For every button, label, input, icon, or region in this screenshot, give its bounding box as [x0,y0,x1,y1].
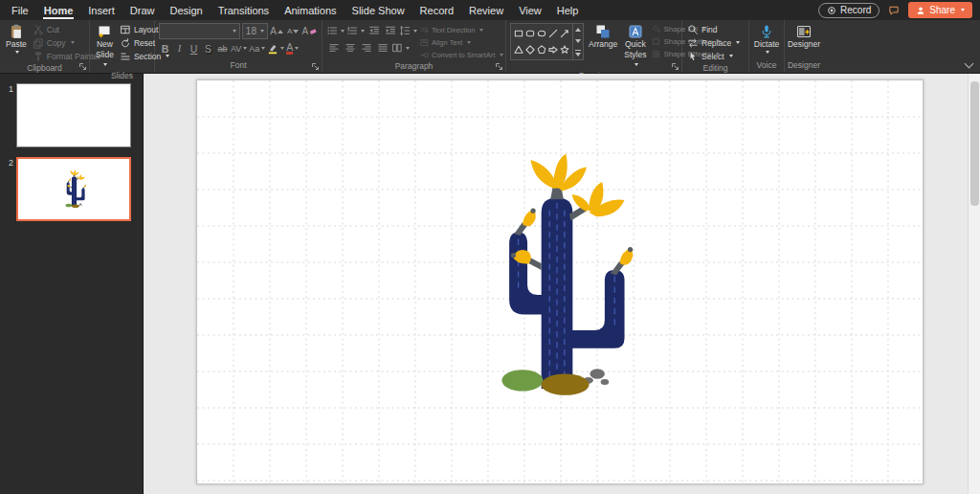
menu-tab-transitions[interactable]: Transitions [211,0,277,20]
ribbon-group-paragraph: Text Direction Align Text Convert to Sma… [323,20,506,73]
align-right-button[interactable] [359,40,373,56]
shape-block-arrow-icon[interactable] [548,45,558,55]
menu-tab-view[interactable]: View [511,0,549,20]
vertical-scrollbar[interactable] [968,74,980,494]
share-button[interactable]: Share [908,2,972,18]
paste-button[interactable]: Paste [4,23,29,55]
select-button[interactable]: Select [686,50,741,62]
shape-pentagon-icon[interactable] [537,45,546,55]
italic-button[interactable]: I [173,41,186,56]
character-spacing-button[interactable]: AV [231,41,247,56]
bullets-button[interactable] [326,23,345,38]
slide-thumbnail-2[interactable]: 2 [2,157,137,221]
slide-1-preview[interactable] [16,83,131,147]
new-slide-label-1: New [97,40,113,50]
underline-button[interactable]: U [188,41,200,56]
arrange-button[interactable]: Arrange [587,23,619,51]
shape-diamond-icon[interactable] [525,45,535,55]
shape-fill-icon [652,25,660,34]
strikethrough-button[interactable]: ab [216,41,229,56]
line-spacing-button[interactable] [399,23,417,38]
designer-group-label: Designer [785,59,823,73]
bold-button[interactable]: B [159,41,171,56]
clipboard-dialog-launcher[interactable] [78,62,87,71]
slide-thumbnail-1[interactable]: 1 [2,83,137,147]
numbering-button[interactable] [346,23,365,38]
shapes-gallery[interactable] [510,23,584,60]
slide-2-preview[interactable] [16,157,131,221]
font-dialog-launcher[interactable] [311,62,320,71]
quick-styles-label-1: Quick [625,40,646,50]
comments-button[interactable] [888,5,900,16]
justify-button[interactable] [375,40,390,56]
menu-tab-design[interactable]: Design [162,0,210,20]
shape-line-icon[interactable] [548,29,558,38]
cut-label: Cut [47,25,59,34]
dictate-dropdown-icon [766,51,769,54]
record-button-label: Record [840,5,871,15]
shape-rectangle-icon[interactable] [514,29,523,38]
menu-tab-insert[interactable]: Insert [80,0,122,20]
paragraph-dialog-launcher[interactable] [495,62,503,71]
vertical-scrollbar-thumb[interactable] [970,81,979,206]
menu-tab-animations[interactable]: Animations [277,0,344,20]
replace-icon [687,37,699,49]
new-slide-icon [97,24,112,39]
menu-tab-record[interactable]: Record [412,0,461,20]
change-case-button[interactable]: Aa [249,41,265,56]
font-name-combo[interactable] [159,23,240,39]
new-slide-label-2: Slide [96,51,114,70]
line-spacing-dropdown-icon [413,30,417,33]
clear-formatting-button[interactable]: A [302,24,318,39]
align-center-button[interactable] [343,40,357,56]
text-direction-button[interactable]: Text Direction [420,24,503,35]
menu-tab-draw[interactable]: Draw [122,0,163,20]
menu-tab-file[interactable]: File [4,0,36,20]
share-person-icon [916,6,925,15]
shape-star-icon[interactable] [560,45,569,55]
menu-tab-slideshow[interactable]: Slide Show [345,0,412,20]
text-highlight-button[interactable] [267,41,284,56]
shapes-more-button[interactable] [573,48,583,59]
shape-arrow-line-icon[interactable] [560,29,569,38]
quick-styles-button[interactable]: Quick Styles [622,23,648,70]
designer-button[interactable]: Designer [786,23,822,51]
text-shadow-button[interactable]: S [202,41,214,56]
shrink-font-button[interactable]: A [286,24,301,39]
replace-button[interactable]: Replace [686,36,741,49]
increase-indent-button[interactable] [383,23,397,38]
align-left-button[interactable] [326,40,341,56]
select-label: Select [702,52,724,61]
shapes-scroll-down-button[interactable] [573,35,583,47]
find-button[interactable]: Find [686,23,741,35]
font-size-combo[interactable]: 18 [242,23,268,39]
reset-icon [120,37,131,49]
columns-button[interactable] [391,40,410,56]
record-button[interactable]: Record [818,3,880,18]
font-color-button[interactable]: A [286,41,299,56]
shape-oval-icon[interactable] [537,29,546,38]
decrease-indent-button[interactable] [367,23,381,38]
shape-triangle-icon[interactable] [514,45,523,55]
cactus-illustration[interactable] [475,151,639,402]
menu-tab-review[interactable]: Review [461,0,511,20]
highlighter-icon [267,43,278,55]
menu-tab-home[interactable]: Home [36,0,81,20]
replace-label: Replace [702,38,731,48]
arrange-label: Arrange [589,40,617,50]
align-text-button[interactable]: Align Text [420,36,503,48]
dictate-button[interactable]: Dictate [752,23,781,55]
convert-to-smartart-button[interactable]: Convert to SmartArt [420,49,503,60]
shape-rounded-rectangle-icon[interactable] [525,29,535,38]
cut-icon [33,24,44,35]
drawing-dialog-launcher[interactable] [671,62,679,71]
slide-editing-area[interactable] [196,79,924,484]
columns-dropdown-icon [406,47,410,50]
bullets-icon [326,25,338,36]
copy-dropdown-icon [71,41,75,44]
new-slide-button[interactable]: New Slide [94,23,116,70]
dictate-label: Dictate [754,40,779,50]
grow-font-button[interactable]: A [270,24,284,39]
menu-tab-help[interactable]: Help [549,0,587,20]
shapes-scroll-up-button[interactable] [573,24,583,35]
